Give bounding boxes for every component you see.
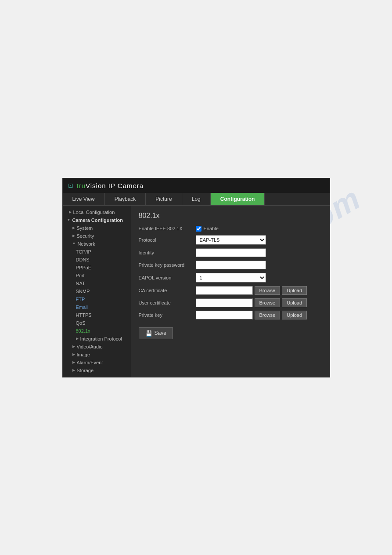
arrow-icon: ▶ — [72, 352, 75, 356]
sidebar-label: Storage — [77, 368, 94, 373]
identity-input[interactable] — [196, 248, 266, 257]
sidebar-item-alarm-event[interactable]: ▶ Alarm/Event — [63, 359, 131, 366]
ca-certificate-group: Browse Upload — [196, 286, 322, 295]
user-certificate-group: Browse Upload — [196, 298, 322, 307]
save-button-label: Save — [155, 330, 166, 336]
sidebar-label: Port — [76, 273, 85, 278]
save-icon: 💾 — [145, 330, 152, 337]
form-row-ca-certificate: CA certificate Browse Upload — [139, 286, 322, 295]
sidebar-item-https[interactable]: HTTPS — [63, 311, 131, 319]
enable-ieee-checkbox[interactable] — [196, 226, 201, 232]
save-button[interactable]: 💾 Save — [139, 327, 173, 339]
label-protocol: Protocol — [139, 237, 196, 243]
form-row-enable-ieee: Enable IEEE 802.1X Enable — [139, 226, 322, 232]
ca-certificate-browse-button[interactable]: Browse — [255, 286, 281, 295]
form-row-identity: Identity — [139, 248, 322, 257]
sidebar-item-system[interactable]: ▶ System — [63, 224, 131, 232]
sidebar-item-video-audio[interactable]: ▶ Video/Audio — [63, 343, 131, 351]
private-key-password-control — [196, 261, 266, 269]
sidebar-item-ddns[interactable]: DDNS — [63, 256, 131, 264]
ca-certificate-upload-button[interactable]: Upload — [282, 286, 307, 295]
sidebar-item-image[interactable]: ▶ Image — [63, 351, 131, 359]
form-row-private-key-password: Private key password — [139, 261, 322, 269]
sidebar-label: Video/Audio — [77, 344, 103, 349]
tab-log[interactable]: Log — [182, 193, 211, 205]
label-enable-ieee: Enable IEEE 802.1X — [139, 226, 196, 231]
nav-tabs: Live View Playback Picture Log Configura… — [63, 193, 330, 206]
sidebar-label: Email — [76, 305, 88, 310]
enable-ieee-control: Enable — [196, 226, 266, 232]
sidebar-label: Network — [77, 241, 95, 247]
private-key-browse-button[interactable]: Browse — [255, 311, 281, 319]
label-private-key: Private key — [139, 312, 196, 318]
sidebar-item-nat[interactable]: NAT — [63, 279, 131, 287]
sidebar-item-qos[interactable]: QoS — [63, 319, 131, 327]
ca-certificate-input[interactable] — [196, 286, 253, 295]
tab-configuration[interactable]: Configuration — [211, 193, 265, 205]
arrow-icon: ▶ — [72, 368, 75, 372]
sidebar-item-port[interactable]: Port — [63, 272, 131, 279]
sidebar-label: QoS — [76, 320, 86, 326]
sidebar-label: NAT — [76, 281, 85, 286]
sidebar-item-security[interactable]: ▶ Security — [63, 232, 131, 240]
form-row-user-certificate: User certificate Browse Upload — [139, 298, 322, 307]
arrow-icon: ▶ — [72, 360, 75, 364]
arrow-icon: ▶ — [69, 210, 72, 214]
sidebar-label: HTTPS — [76, 312, 92, 318]
form-row-private-key: Private key Browse Upload — [139, 311, 322, 319]
sidebar-label: DDNS — [76, 257, 90, 262]
sidebar-item-ftp[interactable]: FTP — [63, 295, 131, 303]
sidebar-item-storage[interactable]: ▶ Storage — [63, 366, 131, 374]
protocol-select[interactable]: EAP-TLS EAP-MD5 EAP-PEAP — [196, 235, 266, 245]
form-row-eapol-version: EAPOL version 1 2 — [139, 273, 322, 283]
sidebar: ▶ Local Configuration ▼ Camera Configura… — [63, 206, 131, 377]
label-user-certificate: User certificate — [139, 300, 196, 305]
private-key-input[interactable] — [196, 311, 253, 319]
label-private-key-password: Private key password — [139, 262, 196, 268]
page-title: 802.1x — [139, 212, 322, 220]
user-certificate-input[interactable] — [196, 298, 253, 307]
sidebar-item-pppoe[interactable]: PPPoE — [63, 264, 131, 272]
sidebar-label: Local Configuration — [73, 210, 115, 215]
sidebar-item-local-configuration[interactable]: ▶ Local Configuration — [63, 208, 131, 216]
sidebar-item-camera-configuration[interactable]: ▼ Camera Configuration — [63, 216, 131, 224]
private-key-group: Browse Upload — [196, 311, 322, 319]
private-key-password-input[interactable] — [196, 261, 266, 269]
sidebar-item-network[interactable]: ▼ Network — [63, 240, 131, 248]
arrow-icon: ▶ — [72, 345, 75, 348]
sidebar-label: FTP — [76, 297, 85, 302]
sidebar-label: Image — [77, 352, 90, 357]
form-table: Enable IEEE 802.1X Enable Protocol EAP-T… — [139, 226, 322, 319]
eapol-version-select[interactable]: 1 2 — [196, 273, 266, 283]
tab-playback[interactable]: Playback — [105, 193, 146, 205]
sidebar-item-integration-protocol[interactable]: ▶ Integration Protocol — [63, 335, 131, 343]
sidebar-label: PPPoE — [76, 265, 91, 270]
app-window: ⊡ truVision IP Camera Live View Playback… — [62, 178, 330, 377]
main-layout: ▶ Local Configuration ▼ Camera Configura… — [63, 206, 330, 377]
sidebar-item-email[interactable]: Email — [63, 303, 131, 311]
user-certificate-upload-button[interactable]: Upload — [282, 298, 307, 307]
app-title: truVision IP Camera — [77, 182, 144, 189]
sidebar-label: Integration Protocol — [80, 336, 122, 341]
label-eapol-version: EAPOL version — [139, 275, 196, 280]
eapol-version-control: 1 2 — [196, 273, 266, 283]
sidebar-label: Alarm/Event — [77, 360, 103, 365]
private-key-upload-button[interactable]: Upload — [282, 311, 307, 319]
app-header: ⊡ truVision IP Camera — [63, 178, 330, 193]
form-row-protocol: Protocol EAP-TLS EAP-MD5 EAP-PEAP — [139, 235, 322, 245]
sidebar-item-802-1x[interactable]: 802.1x — [63, 327, 131, 335]
arrow-icon: ▶ — [72, 226, 75, 230]
label-identity: Identity — [139, 250, 196, 255]
arrow-icon: ▶ — [76, 337, 79, 341]
sidebar-item-tcpip[interactable]: TCP/IP — [63, 248, 131, 256]
sidebar-label: 802.1x — [76, 328, 90, 334]
identity-control — [196, 248, 266, 257]
tab-picture[interactable]: Picture — [146, 193, 182, 205]
enable-ieee-checkbox-label: Enable — [204, 226, 219, 231]
sidebar-item-snmp[interactable]: SNMP — [63, 287, 131, 295]
user-certificate-browse-button[interactable]: Browse — [255, 298, 281, 307]
tab-live-view[interactable]: Live View — [63, 193, 105, 205]
sidebar-label: SNMP — [76, 289, 90, 294]
sidebar-label: System — [77, 225, 93, 231]
logo-icon: ⊡ — [68, 182, 73, 189]
